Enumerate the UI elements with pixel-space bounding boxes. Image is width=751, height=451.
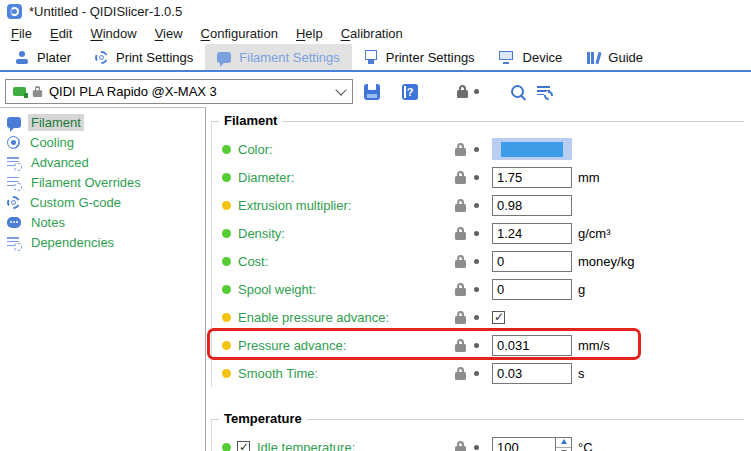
indicator-dot — [474, 287, 479, 292]
group-filament: FilamentColor:Diameter:mmExtrusion multi… — [211, 121, 744, 387]
value-input[interactable] — [492, 195, 572, 216]
group-temperature: TemperatureIdle temperature:100°C — [211, 419, 744, 451]
option-label: Enable pressure advance: — [238, 310, 389, 325]
sidebar-item-label: Custom G-code — [27, 194, 124, 211]
option-row-smooth-time: Smooth Time:s — [212, 359, 744, 387]
value-input[interactable] — [492, 251, 572, 272]
indicator-dot — [474, 259, 479, 264]
sidebar-item-cooling[interactable]: Cooling — [0, 132, 205, 152]
modified-bullet — [222, 369, 231, 378]
lock-icon — [455, 441, 466, 451]
list-gear-icon — [7, 156, 21, 169]
tab-print-settings[interactable]: Print Settings — [83, 44, 205, 70]
option-row-cost: Cost:money/kg — [212, 247, 744, 275]
menu-item-configuration[interactable]: Configuration — [192, 26, 287, 41]
tab-label: Filament Settings — [239, 50, 339, 65]
lock-icon — [455, 143, 466, 156]
filament-spool-icon — [13, 87, 26, 96]
sidebar-item-advanced[interactable]: Advanced — [0, 152, 205, 172]
tab-device[interactable]: Device — [487, 44, 575, 70]
control-area — [492, 279, 572, 300]
menu-item-calibration[interactable]: Calibration — [332, 26, 412, 41]
spin-up-button[interactable] — [556, 438, 571, 448]
option-controls: money/kg — [455, 247, 634, 275]
unit-label: mm/s — [578, 338, 610, 353]
value-input[interactable] — [492, 279, 572, 300]
indicator-dot — [474, 147, 479, 152]
indicator-dot — [474, 175, 479, 180]
unit-label: g/cm³ — [578, 226, 611, 241]
color-swatch — [501, 142, 563, 157]
main-area: FilamentCoolingAdvancedFilament Override… — [0, 107, 751, 451]
value-input[interactable] — [492, 167, 572, 188]
option-label: Idle temperature: — [257, 440, 355, 451]
value-input[interactable] — [492, 335, 572, 356]
guide-icon — [586, 51, 600, 64]
option-checkbox[interactable] — [492, 311, 505, 324]
option-controls — [455, 135, 572, 163]
spin-down-button[interactable] — [556, 448, 571, 451]
option-controls — [455, 191, 572, 219]
list-gear-icon — [7, 176, 21, 189]
option-controls: mm/s — [455, 331, 610, 359]
settings-sidebar: FilamentCoolingAdvancedFilament Override… — [0, 107, 206, 451]
sidebar-item-notes[interactable]: Notes — [0, 212, 205, 232]
control-area — [492, 167, 572, 188]
option-label: Smooth Time: — [238, 366, 318, 381]
spin-input[interactable]: 100 — [492, 437, 572, 451]
lock-icon — [455, 227, 466, 240]
plater-icon — [15, 51, 29, 64]
option-checkbox[interactable] — [237, 441, 250, 451]
control-area — [492, 251, 572, 272]
indicator-dot — [474, 231, 479, 236]
title-bar: *Untitled - QIDISlicer-1.0.5 — [0, 0, 751, 22]
lock-icon — [455, 283, 466, 296]
option-label: Color: — [238, 142, 273, 157]
modified-bullet — [222, 341, 231, 350]
indicator-dot — [474, 445, 479, 450]
menu-item-file[interactable]: File — [2, 26, 41, 41]
value-input[interactable] — [492, 223, 572, 244]
menu-item-help[interactable]: Help — [287, 26, 332, 41]
search-options-icon[interactable] — [537, 85, 552, 98]
spin-buttons — [555, 438, 571, 451]
sidebar-item-filament-overrides[interactable]: Filament Overrides — [0, 172, 205, 192]
sidebar-item-label: Advanced — [28, 154, 92, 171]
tab-printer-settings[interactable]: Printer Settings — [352, 44, 487, 70]
option-row-pressure-advance: Pressure advance:mm/s — [212, 331, 744, 359]
sidebar-item-custom-g-code[interactable]: Custom G-code — [0, 192, 205, 212]
modified-bullet — [222, 313, 231, 322]
printer-icon — [364, 50, 378, 64]
group-title: Temperature — [219, 411, 307, 426]
preset-toolbar: QIDI PLA Rapido @X-MAX 3 — [0, 78, 751, 105]
lock-icon — [455, 255, 466, 268]
indicator-dot — [474, 89, 479, 94]
value-input[interactable] — [492, 363, 572, 384]
menu-item-window[interactable]: Window — [81, 26, 145, 41]
sidebar-item-dependencies[interactable]: Dependencies — [0, 232, 205, 252]
preset-select[interactable]: QIDI PLA Rapido @X-MAX 3 — [5, 79, 353, 104]
lock-icon — [455, 171, 466, 184]
sidebar-item-filament[interactable]: Filament — [0, 112, 205, 132]
tab-guide[interactable]: Guide — [574, 44, 655, 70]
window-title: *Untitled - QIDISlicer-1.0.5 — [29, 4, 182, 19]
tab-plater[interactable]: Plater — [3, 44, 83, 70]
option-label: Spool weight: — [238, 282, 316, 297]
sidebar-item-label: Dependencies — [28, 234, 117, 251]
list-gear-icon — [7, 236, 21, 249]
gear-icon — [95, 51, 108, 64]
menu-item-view[interactable]: View — [146, 26, 192, 41]
lock-icon — [455, 339, 466, 352]
sidebar-item-label: Filament Overrides — [28, 174, 144, 191]
option-label: Diameter: — [238, 170, 294, 185]
search-icon[interactable] — [511, 85, 524, 98]
save-icon[interactable] — [364, 84, 380, 100]
option-row-density: Density:g/cm³ — [212, 219, 744, 247]
tab-filament-settings[interactable]: Filament Settings — [205, 44, 351, 70]
color-picker[interactable] — [492, 138, 572, 160]
tab-label: Guide — [608, 50, 643, 65]
lock-icon[interactable] — [457, 85, 468, 98]
menu-item-edit[interactable]: Edit — [41, 26, 81, 41]
help-icon[interactable] — [402, 84, 418, 100]
app-logo-icon — [7, 4, 22, 19]
